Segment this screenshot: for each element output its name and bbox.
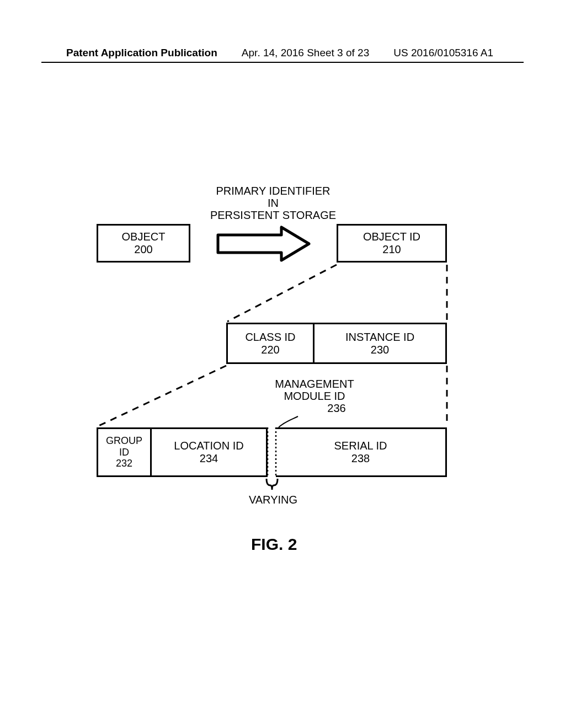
- serial-id-box: SERIAL ID 238: [276, 427, 447, 477]
- figure-label: FIG. 2: [251, 535, 297, 554]
- title-line1: PRIMARY IDENTIFIER: [210, 185, 337, 197]
- serial-id-label: SERIAL ID: [334, 440, 387, 452]
- serialid-num: 238: [351, 452, 370, 465]
- header-left: Patent Application Publication: [66, 47, 217, 59]
- group-id-box: GROUP ID 232: [97, 427, 152, 477]
- object-id-box: OBJECT ID 210: [337, 224, 447, 263]
- arrow-icon: [218, 227, 309, 260]
- object-box: OBJECT 200: [97, 224, 190, 263]
- instance-id-label: INSTANCE ID: [345, 331, 414, 344]
- title-line3: PERSISTENT STORAGE: [210, 209, 337, 221]
- instance-id-num: 230: [371, 344, 389, 356]
- page-header: Patent Application Publication Apr. 14, …: [0, 47, 565, 59]
- location-id-box: LOCATION ID 234: [152, 427, 268, 477]
- group-id-num: 232: [116, 458, 132, 469]
- header-mid: Apr. 14, 2016 Sheet 3 of 23: [242, 47, 369, 59]
- mm-line1: MANAGEMENT: [259, 378, 370, 390]
- object-label: OBJECT: [122, 231, 166, 243]
- object-num: 200: [134, 243, 152, 256]
- class-id-num: 220: [261, 344, 279, 356]
- header-right: US 2016/0105316 A1: [393, 47, 493, 59]
- instance-id-box: INSTANCE ID 230: [315, 323, 447, 364]
- class-id-label: CLASS ID: [245, 331, 295, 344]
- title-label: PRIMARY IDENTIFIER IN PERSISTENT STORAGE: [210, 185, 337, 221]
- group-id-label2: ID: [119, 447, 129, 458]
- mm-line2: MODULE ID: [259, 390, 370, 402]
- mm-num: 236: [281, 402, 392, 414]
- diagram-overlay: [0, 0, 565, 728]
- varying-label: VARYING: [240, 494, 306, 506]
- mm-label: MANAGEMENT MODULE ID 236: [259, 378, 370, 414]
- class-id-box: CLASS ID 220: [226, 323, 315, 364]
- location-id-num: 234: [200, 452, 218, 465]
- object-id-num: 210: [382, 243, 401, 256]
- svg-line-2: [98, 366, 226, 426]
- title-line2: IN: [210, 197, 337, 209]
- object-id-label: OBJECT ID: [363, 231, 420, 243]
- header-rule: [41, 62, 524, 63]
- svg-line-0: [227, 265, 337, 322]
- group-id-label1: GROUP: [106, 435, 142, 447]
- location-id-label: LOCATION ID: [174, 440, 243, 452]
